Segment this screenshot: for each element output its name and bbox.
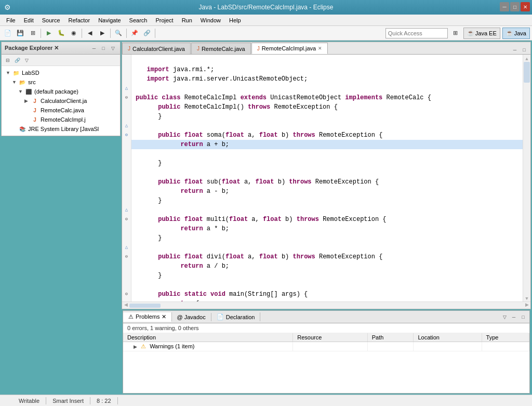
scroll-down-arrow[interactable]: ▼ [523,294,530,302]
editor-scrollbar[interactable]: ▲ ▼ [523,55,530,302]
sidebar-menu[interactable]: ▽ [22,56,31,64]
toolbar-pin[interactable]: 📌 [129,28,140,39]
hscroll-left[interactable]: ◀ [122,302,129,309]
col-resource[interactable]: Resource [293,333,367,342]
toolbar-prev[interactable]: ◀ [84,28,96,39]
toolbar-save-all[interactable]: ⊞ [27,28,38,39]
status-sep-3 [117,397,118,404]
tree-item-jre[interactable]: 📚 JRE System Library [JavaSl [2,124,120,134]
menu-bar: File Edit Source Refactor Navigate Searc… [0,15,532,26]
tab-icon-3: J [257,46,260,51]
editor-gutter-markers: △ ⊖ △ ⊖ [122,55,131,302]
tree-label-jre: JRE System Library [JavaSl [28,126,99,132]
problems-filter[interactable]: ▽ [500,313,509,321]
toolbar-next[interactable]: ▶ [97,28,108,39]
table-row: ▶ ⚠ Warnings (1 item) [123,342,529,351]
status-position: 8 : 22 [97,398,111,404]
problems-minimize[interactable]: ─ [510,313,518,321]
status-sep-1 [46,397,46,404]
menu-edit[interactable]: Edit [20,16,38,24]
tab-calculator-client[interactable]: J CalculatorClient.java [122,43,191,54]
code-line-1: import java.rmi.*; import java.rmi.serve… [136,66,431,139]
editor-minimize[interactable]: ─ [511,46,519,54]
tab-remote-calc-impl[interactable]: J RemoteCalcImpl.java ✕ [251,43,328,54]
scroll-thumb[interactable] [524,62,530,83]
problems-panel: ⚠ Problems ✕ @ Javadoc 📄 Declaration ▽ ─… [123,310,530,394]
perspective-java[interactable]: ☕ Java [502,28,530,39]
menu-search[interactable]: Search [125,16,152,24]
tree-label-remote-calc-impl: RemoteCalcImpl.j [41,116,86,123]
code-content[interactable]: import java.rmi.*; import java.rmi.serve… [131,55,523,302]
cell-description: ▶ ⚠ Warnings (1 item) [123,342,293,351]
restore-button[interactable]: □ [510,2,520,11]
bottom-tabs: ⚠ Problems ✕ @ Javadoc 📄 Declaration ▽ ─… [123,311,529,323]
sidebar-link[interactable]: 🔗 [13,56,21,64]
tree-item-src[interactable]: ▼ 📂 src [2,77,120,87]
problems-summary: 0 errors, 1 warning, 0 others [123,323,529,333]
col-description[interactable]: Description [123,333,293,342]
tree-item-labsd[interactable]: ▼ 📁 LabSD [2,68,120,77]
scroll-up-arrow[interactable]: ▲ [523,55,530,62]
tree-item-remote-calc-impl[interactable]: ▶ J RemoteCalcImpl.j [2,115,120,124]
java-file-icon-3: J [31,115,39,124]
cell-path [367,342,414,351]
menu-source[interactable]: Source [38,16,64,24]
warning-label: Warnings (1 item) [150,343,194,349]
java-ee-icon: ☕ [467,30,474,36]
status-writable: Writable [19,398,39,404]
declaration-icon: 📄 [217,313,224,320]
tree-item-remote-calc[interactable]: ▶ J RemoteCalc.java [2,106,120,115]
toolbar-perspective-icon[interactable]: ⊞ [450,28,461,39]
src-icon: 📂 [18,78,26,86]
col-path[interactable]: Path [367,333,414,342]
editor-panel: J CalculatorClient.java J RemoteCalc.jav… [122,42,531,309]
sidebar-maximize[interactable]: □ [99,44,108,53]
quick-access-input[interactable] [385,28,448,38]
problems-table: Description Resource Path Location Type [123,333,529,393]
window-icon: ⚙ [4,3,11,11]
perspective-java-ee[interactable]: ☕ Java EE [463,28,500,39]
toolbar-debug[interactable]: 🐛 [56,28,67,39]
tree-label-labsd: LabSD [22,70,39,76]
tree-label-default-package: (default package) [34,88,78,95]
sidebar-chevron[interactable]: ▽ [109,44,117,53]
menu-run[interactable]: Run [178,16,196,24]
sidebar-minimize[interactable]: ─ [90,44,98,53]
menu-help[interactable]: Help [225,16,245,24]
tree-item-calculator-client[interactable]: ▶ J CalculatorClient.ja [2,96,120,106]
library-icon: 📚 [18,125,26,133]
tab-declaration[interactable]: 📄 Declaration [211,312,261,321]
editor-maximize[interactable]: □ [520,46,528,54]
expand-arrow[interactable]: ▶ [134,344,137,349]
sidebar-title: Package Explorer ✕ [5,45,59,51]
minimize-button[interactable]: ─ [500,2,509,11]
menu-project[interactable]: Project [151,16,177,24]
tab-remote-calc[interactable]: J RemoteCalc.java [191,43,251,54]
menu-window[interactable]: Window [196,16,225,24]
toolbar-coverage[interactable]: ◉ [68,28,79,39]
code-editor[interactable]: △ ⊖ △ ⊖ [122,55,530,302]
tree-arrow-labsd: ▼ [6,70,12,75]
toolbar-save[interactable]: 💾 [15,28,26,39]
editor-tabs: J CalculatorClient.java J RemoteCalc.jav… [122,42,530,55]
toolbar-search[interactable]: 🔍 [113,28,124,39]
hscroll-thumb[interactable] [129,304,161,308]
close-button[interactable]: ✕ [521,2,530,11]
menu-refactor[interactable]: Refactor [64,16,95,24]
problems-maximize[interactable]: □ [519,313,527,321]
code-line-rest: } public float sub(float a, float b) thr… [136,160,387,302]
tab-javadoc[interactable]: @ Javadoc [172,313,211,321]
tab-close-3[interactable]: ✕ [318,46,322,51]
menu-navigate[interactable]: Navigate [94,16,125,24]
col-location[interactable]: Location [414,333,482,342]
hscroll-right[interactable]: ▶ [523,302,530,309]
tree-item-default-package[interactable]: ▼ ⬛ (default package) [2,87,120,96]
toolbar-new[interactable]: 📄 [2,28,14,39]
col-type[interactable]: Type [482,333,529,342]
sidebar-collapse-all[interactable]: ⊟ [4,56,12,64]
editor-hscrollbar[interactable]: ◀ ▶ [122,302,530,309]
tab-problems[interactable]: ⚠ Problems ✕ [123,312,172,322]
menu-file[interactable]: File [2,16,20,24]
toolbar-link[interactable]: 🔗 [141,28,153,39]
toolbar-run[interactable]: ▶ [43,28,55,39]
